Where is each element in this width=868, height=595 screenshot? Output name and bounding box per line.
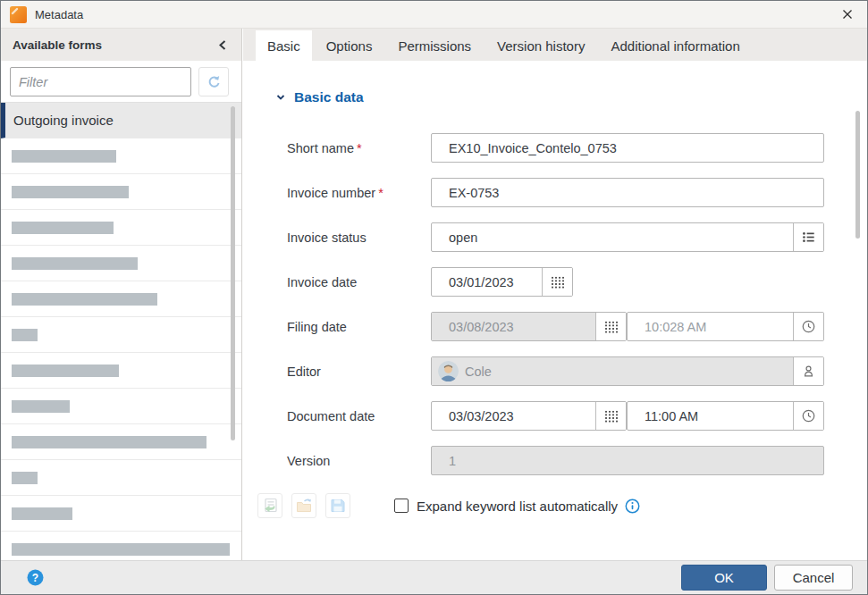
- clock-button[interactable]: [793, 313, 823, 340]
- invoice-status-row: Invoice status: [287, 222, 867, 252]
- invoice-number-row: Invoice number*: [287, 178, 867, 207]
- help-icon[interactable]: ?: [27, 569, 44, 586]
- tab-additional-information[interactable]: Additional information: [599, 30, 751, 61]
- form-list-item-placeholder[interactable]: [1, 424, 241, 460]
- expand-keyword-checkbox[interactable]: [394, 499, 409, 513]
- apply-template-button[interactable]: [257, 493, 282, 518]
- form-list-item-selected[interactable]: Outgoing invoice: [1, 103, 241, 138]
- short-name-label: Short name*: [287, 141, 431, 155]
- form-list-item-placeholder[interactable]: [1, 138, 241, 174]
- filing-date-input: [432, 320, 595, 334]
- invoice-date-input[interactable]: [432, 268, 542, 296]
- save-metadata-button[interactable]: [325, 493, 350, 518]
- forms-list-skeletons: [1, 138, 241, 567]
- forms-list: Outgoing invoice: [1, 102, 241, 567]
- clock-icon: [801, 408, 816, 423]
- info-icon[interactable]: [625, 499, 640, 514]
- version-row: Version: [287, 446, 867, 475]
- placeholder-bar: [12, 400, 70, 413]
- keyword-list-button[interactable]: [793, 223, 823, 251]
- short-name-input[interactable]: [432, 134, 823, 162]
- invoice-date-row: Invoice date: [287, 267, 867, 297]
- basic-tab-panel: Basic data Short name* Invoice number* I…: [243, 61, 867, 560]
- basic-data-section-toggle[interactable]: Basic data: [275, 89, 867, 105]
- form-list-item-placeholder[interactable]: [1, 460, 241, 496]
- invoice-status-label: Invoice status: [287, 230, 431, 245]
- invoice-number-input[interactable]: [432, 179, 823, 206]
- sidebar-scrollbar[interactable]: [231, 106, 235, 440]
- tab-basic[interactable]: Basic: [256, 30, 312, 61]
- expand-keyword-label: Expand keyword list automatically: [417, 499, 618, 514]
- filing-time-input[interactable]: [628, 313, 793, 340]
- placeholder-bar: [12, 365, 119, 377]
- document-time-input[interactable]: [628, 402, 793, 430]
- placeholder-bar: [12, 293, 157, 306]
- editor-avatar: [438, 361, 459, 381]
- placeholder-bar: [12, 329, 38, 341]
- clock-icon: [801, 319, 816, 334]
- refresh-icon: [206, 74, 222, 89]
- document-date-input[interactable]: [432, 402, 595, 430]
- form-list-item-placeholder[interactable]: [1, 389, 241, 424]
- tab-permissions[interactable]: Permissions: [386, 30, 483, 61]
- form-list-item-placeholder[interactable]: [1, 246, 241, 281]
- svg-text:?: ?: [32, 572, 38, 584]
- metadata-actions-row: Expand keyword list automatically: [257, 493, 867, 518]
- refresh-button[interactable]: [198, 67, 229, 96]
- filter-input[interactable]: [10, 67, 191, 96]
- cancel-button[interactable]: Cancel: [774, 565, 853, 591]
- required-marker: *: [357, 141, 362, 155]
- placeholder-bar: [12, 436, 206, 448]
- placeholder-bar: [12, 472, 38, 484]
- form-list-item-placeholder[interactable]: [1, 210, 241, 246]
- elo-logo-icon: [10, 6, 27, 23]
- invoice-status-input[interactable]: [432, 223, 793, 251]
- selected-form-label: Outgoing invoice: [13, 113, 114, 128]
- calendar-grid-icon: [551, 276, 564, 289]
- filing-date-label: Filing date: [287, 320, 431, 334]
- open-folder-icon: [295, 497, 313, 515]
- window-title: Metadata: [35, 8, 83, 21]
- chevron-left-icon[interactable]: [215, 38, 230, 52]
- calendar-button[interactable]: [542, 268, 572, 296]
- title-bar: Metadata: [1, 1, 867, 29]
- dialog-footer: ? OK Cancel: [1, 560, 867, 594]
- available-forms-title: Available forms: [13, 38, 102, 52]
- placeholder-bar: [12, 186, 129, 198]
- editor-row: Editor Cole: [287, 356, 867, 386]
- metadata-content: Basic Options Permissions Version histor…: [243, 29, 867, 560]
- form-list-item-placeholder[interactable]: [1, 174, 241, 210]
- short-name-row: Short name*: [287, 133, 867, 163]
- invoice-number-label: Invoice number*: [287, 186, 431, 200]
- close-icon[interactable]: [837, 4, 858, 25]
- user-select-button[interactable]: [793, 357, 823, 385]
- placeholder-bar: [12, 222, 114, 234]
- form-list-item-placeholder[interactable]: [1, 281, 241, 317]
- content-scrollbar[interactable]: [855, 111, 860, 239]
- available-forms-panel: Available forms Outgoing invoice: [1, 29, 242, 560]
- tab-bar: Basic Options Permissions Version histor…: [243, 29, 867, 61]
- load-metadata-button[interactable]: [291, 493, 316, 518]
- placeholder-bar: [12, 507, 72, 520]
- form-list-item-placeholder[interactable]: [1, 317, 241, 353]
- placeholder-bar: [12, 543, 230, 556]
- calendar-grid-icon: [604, 410, 618, 423]
- calendar-button[interactable]: [595, 402, 626, 430]
- tab-version-history[interactable]: Version history: [485, 30, 596, 61]
- form-list-item-placeholder[interactable]: [1, 353, 241, 389]
- section-title: Basic data: [294, 89, 364, 105]
- version-label: Version: [287, 454, 431, 468]
- save-floppy-icon: [329, 497, 347, 515]
- apply-form-icon: [261, 497, 279, 515]
- clock-button[interactable]: [793, 402, 823, 430]
- metadata-dialog: Metadata Available forms: [0, 0, 868, 595]
- chevron-down-icon: [275, 92, 286, 103]
- calendar-grid-icon: [604, 321, 618, 333]
- form-list-item-placeholder[interactable]: [1, 496, 241, 532]
- tab-options[interactable]: Options: [315, 30, 384, 61]
- calendar-button[interactable]: [595, 313, 626, 340]
- ok-button[interactable]: OK: [681, 565, 767, 591]
- version-input: [432, 447, 823, 474]
- invoice-date-label: Invoice date: [287, 275, 431, 289]
- document-date-label: Document date: [287, 409, 431, 423]
